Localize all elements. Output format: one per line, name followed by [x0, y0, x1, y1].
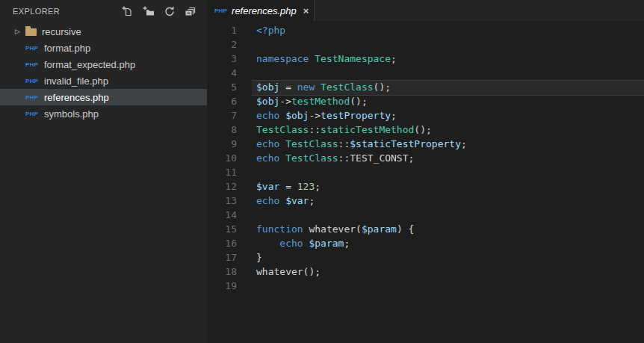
- explorer-header: EXPLORER: [0, 0, 207, 22]
- line-number: 5: [207, 80, 237, 94]
- line-number: 8: [207, 123, 237, 137]
- line-number: 13: [207, 194, 237, 208]
- code-line-19[interactable]: 19: [207, 279, 644, 293]
- code-line-2[interactable]: 2: [207, 37, 644, 52]
- code-text: $obj->testMethod();: [237, 94, 368, 108]
- line-number: 17: [207, 250, 237, 265]
- collapse-all-icon[interactable]: [183, 4, 197, 19]
- tree-item-references-php[interactable]: PHPreferences.php: [0, 89, 207, 105]
- tree-item-format-php[interactable]: PHPformat.php: [0, 40, 207, 56]
- explorer-title: EXPLORER: [13, 7, 60, 16]
- code-line-15[interactable]: 15function whatever($param) {: [207, 222, 644, 236]
- code-text: echo TestClass::$staticTestProperty;: [237, 137, 467, 151]
- line-number: 7: [207, 108, 237, 123]
- code-editor[interactable]: 1<?php23namespace TestNamespace;45$obj =…: [207, 21, 644, 343]
- tab-label: references.php: [232, 5, 297, 16]
- code-line-10[interactable]: 10echo TestClass::TEST_CONST;: [207, 151, 644, 165]
- editor-group: PHP references.php × 1<?php23namespace T…: [207, 0, 644, 343]
- line-number: 4: [207, 66, 237, 80]
- folder-icon: [25, 28, 37, 36]
- code-line-12[interactable]: 12$var = 123;: [207, 179, 644, 194]
- code-text: [237, 279, 256, 293]
- explorer-sidebar: EXPLORER: [0, 0, 207, 343]
- code-text: [237, 165, 256, 179]
- tree-item-symbols-php[interactable]: PHPsymbols.php: [0, 105, 207, 122]
- code-text: }: [237, 250, 262, 265]
- code-text: <?php: [237, 23, 285, 37]
- code-text: echo TestClass::TEST_CONST;: [237, 151, 414, 165]
- line-number: 14: [207, 208, 237, 222]
- code-line-16[interactable]: 16 echo $param;: [207, 236, 644, 250]
- php-file-icon: PHP: [25, 61, 40, 68]
- code-line-8[interactable]: 8TestClass::staticTestMethod();: [207, 123, 644, 137]
- file-label: invalid_file.php: [44, 75, 108, 87]
- code-text: [237, 66, 256, 80]
- php-file-icon: PHP: [25, 111, 40, 117]
- code-text: $obj = new TestClass();: [237, 80, 391, 94]
- code-line-6[interactable]: 6$obj->testMethod();: [207, 94, 644, 108]
- close-icon[interactable]: ×: [303, 6, 309, 16]
- line-number: 16: [207, 236, 237, 250]
- line-number: 11: [207, 165, 237, 179]
- tree-item-invalid-file-php[interactable]: PHPinvalid_file.php: [0, 72, 207, 89]
- code-line-3[interactable]: 3namespace TestNamespace;: [207, 52, 644, 66]
- code-line-13[interactable]: 13echo $var;: [207, 194, 644, 208]
- code-text: function whatever($param) {: [237, 222, 414, 236]
- file-label: symbols.php: [44, 108, 99, 120]
- code-line-9[interactable]: 9echo TestClass::$staticTestProperty;: [207, 137, 644, 151]
- code-line-4[interactable]: 4: [207, 66, 644, 80]
- code-text: [237, 208, 256, 222]
- tree-item-format-expected-php[interactable]: PHPformat_expected.php: [0, 56, 207, 72]
- code-line-11[interactable]: 11: [207, 165, 644, 179]
- php-file-icon: PHP: [214, 7, 227, 14]
- code-text: echo $param;: [237, 236, 350, 250]
- code-text: $var = 123;: [237, 179, 321, 194]
- new-folder-icon[interactable]: [141, 4, 155, 19]
- code-line-17[interactable]: 17}: [207, 250, 644, 265]
- tree-item-recursive[interactable]: ▷recursive: [0, 23, 207, 40]
- file-label: references.php: [44, 92, 109, 103]
- new-file-icon[interactable]: [120, 4, 134, 19]
- file-tree: ▷recursivePHPformat.phpPHPformat_expecte…: [0, 23, 207, 122]
- code-text: [237, 37, 256, 52]
- code-text: echo $var;: [237, 194, 315, 208]
- code-text: echo $obj->testProperty;: [237, 108, 397, 123]
- php-file-icon: PHP: [25, 78, 40, 84]
- line-number: 12: [207, 179, 237, 194]
- line-number: 3: [207, 52, 237, 66]
- file-label: recursive: [42, 26, 81, 37]
- tab-bar: PHP references.php ×: [207, 0, 644, 21]
- file-label: format_expected.php: [44, 59, 135, 70]
- code-text: whatever();: [237, 265, 321, 279]
- code-text: namespace TestNamespace;: [237, 52, 397, 66]
- file-label: format.php: [44, 43, 90, 54]
- php-file-icon: PHP: [25, 45, 40, 52]
- line-number: 18: [207, 265, 237, 279]
- code-line-1[interactable]: 1<?php: [207, 23, 644, 37]
- line-number: 10: [207, 151, 237, 165]
- line-number: 2: [207, 37, 237, 52]
- code-line-18[interactable]: 18whatever();: [207, 265, 644, 279]
- php-file-icon: PHP: [25, 94, 40, 101]
- code-text: TestClass::staticTestMethod();: [237, 123, 432, 137]
- line-number: 15: [207, 222, 237, 236]
- code-line-14[interactable]: 14: [207, 208, 644, 222]
- chevron-right-icon[interactable]: ▷: [15, 28, 22, 35]
- explorer-actions: [120, 4, 207, 19]
- line-number: 6: [207, 94, 237, 108]
- line-number: 1: [207, 23, 237, 37]
- code-line-5[interactable]: 5$obj = new TestClass();: [207, 80, 644, 94]
- tab-references-php[interactable]: PHP references.php ×: [207, 0, 315, 21]
- code-line-7[interactable]: 7echo $obj->testProperty;: [207, 108, 644, 123]
- line-number: 19: [207, 279, 237, 293]
- refresh-icon[interactable]: [162, 4, 176, 19]
- line-number: 9: [207, 137, 237, 151]
